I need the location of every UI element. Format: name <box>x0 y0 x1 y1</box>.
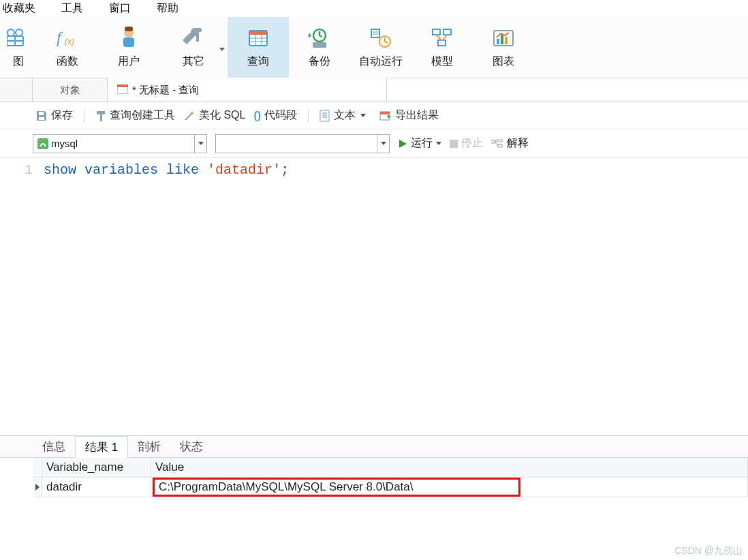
snippet-button[interactable]: () 代码段 <box>251 107 300 124</box>
menu-help[interactable]: 帮助 <box>154 0 181 17</box>
tab-objects-label: 对象 <box>60 84 80 97</box>
ribbon-toolbar: 图 f(x) 函数 用户 其它 查询 备份 自动运行 <box>0 17 748 78</box>
svg-point-4 <box>16 29 22 36</box>
result-grid: Variable_name Value datadir C:\ProgramDa… <box>0 458 748 497</box>
semicolon: ; <box>281 162 289 178</box>
svg-rect-47 <box>450 140 458 148</box>
keyword-variables: variables <box>84 162 158 178</box>
tab-status[interactable]: 状态 <box>170 436 213 457</box>
sql-editor[interactable]: 1 show variables like 'datadir'; <box>0 158 748 436</box>
menu-tools[interactable]: 工具 <box>59 0 86 17</box>
query-icon <box>245 26 272 50</box>
svg-line-52 <box>495 142 498 146</box>
braces-icon: () <box>253 110 261 122</box>
svg-rect-34 <box>117 84 128 87</box>
query-tab-icon <box>117 84 128 96</box>
menu-window[interactable]: 窗口 <box>106 0 134 17</box>
query-builder-button[interactable]: 查询创建工具 <box>93 107 178 124</box>
svg-text:f: f <box>57 29 63 46</box>
navicat-connection-icon <box>37 138 48 149</box>
connection-dropdown-icon[interactable] <box>194 135 206 153</box>
ribbon-backup-label: 备份 <box>309 55 330 69</box>
document-tabs: 对象 * 无标题 - 查询 <box>0 78 748 102</box>
stop-label: 停止 <box>461 136 483 151</box>
wrench-icon <box>180 26 207 50</box>
svg-rect-25 <box>443 29 451 35</box>
editor-gutter: 1 <box>0 158 41 435</box>
ribbon-chart[interactable]: 图表 <box>473 17 534 78</box>
ribbon-backup[interactable]: 备份 <box>289 17 350 78</box>
connection-value: mysql <box>51 138 78 149</box>
ribbon-function-label: 函数 <box>57 55 78 69</box>
table-row[interactable]: datadir C:\ProgramData\MySQL\MySQL Serve… <box>33 478 748 497</box>
result-tabs: 信息 结果 1 剖析 状态 <box>0 436 748 458</box>
column-header-variable-name[interactable]: Variable_name <box>42 458 151 478</box>
run-button[interactable]: 运行 <box>398 136 441 151</box>
save-label: 保存 <box>51 108 73 123</box>
ribbon-model[interactable]: 模型 <box>411 17 473 78</box>
connection-combo[interactable]: mysql <box>33 134 207 153</box>
export-button[interactable]: 导出结果 <box>377 107 441 124</box>
hammer-icon <box>95 110 106 122</box>
export-label: 导出结果 <box>395 108 439 123</box>
ribbon-autorun[interactable]: 自动运行 <box>350 17 411 78</box>
svg-rect-31 <box>501 35 503 44</box>
wand-icon <box>183 110 196 122</box>
ribbon-other[interactable]: 其它 <box>159 17 228 78</box>
text-file-icon <box>320 110 330 122</box>
tab-untitled-query[interactable]: * 无标题 - 查询 <box>108 78 387 102</box>
svg-rect-24 <box>433 29 440 35</box>
ribbon-view[interactable]: 图 <box>0 17 37 78</box>
cell-variable-name[interactable]: datadir <box>42 478 151 497</box>
svg-line-39 <box>185 113 192 120</box>
svg-rect-13 <box>249 31 267 35</box>
database-dropdown-icon[interactable] <box>377 135 389 153</box>
column-header-value[interactable]: Value <box>151 458 748 478</box>
tab-info[interactable]: 信息 <box>33 436 75 457</box>
watermark: CSDN @九仞山 <box>674 545 743 557</box>
beautify-sql-button[interactable]: 美化 SQL <box>181 107 248 124</box>
export-icon <box>379 110 392 121</box>
tab-result-1[interactable]: 结果 1 <box>75 436 128 458</box>
database-combo[interactable] <box>215 134 390 153</box>
svg-rect-36 <box>39 117 44 120</box>
model-icon <box>428 26 456 50</box>
svg-rect-26 <box>438 40 446 46</box>
tab-profile[interactable]: 剖析 <box>128 436 170 457</box>
svg-rect-50 <box>498 144 502 147</box>
ribbon-function[interactable]: f(x) 函数 <box>37 17 98 78</box>
menu-bar: 收藏夹 工具 窗口 帮助 <box>0 0 748 17</box>
query-builder-label: 查询创建工具 <box>110 108 175 123</box>
ribbon-user-label: 用户 <box>118 55 140 69</box>
text-button[interactable]: 文本 <box>317 107 369 124</box>
ribbon-user[interactable]: 用户 <box>98 17 159 78</box>
svg-rect-45 <box>380 112 390 114</box>
backup-icon <box>306 26 333 50</box>
save-button[interactable]: 保存 <box>33 107 76 124</box>
stop-button: 停止 <box>450 136 483 151</box>
query-toolbar: 保存 查询创建工具 美化 SQL () 代码段 文本 导出结果 <box>0 102 748 129</box>
explain-icon <box>491 139 503 149</box>
ribbon-query[interactable]: 查询 <box>228 17 289 78</box>
play-icon <box>398 139 407 149</box>
text-label: 文本 <box>334 108 356 123</box>
function-icon: f(x) <box>54 26 81 50</box>
autorun-icon <box>367 26 394 50</box>
ribbon-model-label: 模型 <box>431 55 453 69</box>
explain-label: 解释 <box>507 136 529 151</box>
svg-rect-32 <box>505 37 508 44</box>
stop-icon <box>450 140 458 148</box>
explain-button[interactable]: 解释 <box>491 136 529 151</box>
chevron-down-icon <box>436 142 441 145</box>
ribbon-chart-label: 图表 <box>493 55 514 69</box>
svg-rect-9 <box>125 27 133 31</box>
menu-favorites[interactable]: 收藏夹 <box>0 0 38 17</box>
cell-value[interactable]: C:\ProgramData\MySQL\MySQL Server 8.0\Da… <box>151 478 748 497</box>
editor-content[interactable]: show variables like 'datadir'; <box>41 158 289 435</box>
connection-toolbar: mysql 运行 停止 解释 <box>0 129 748 158</box>
keyword-show: show <box>44 162 76 178</box>
ribbon-other-label: 其它 <box>183 55 204 69</box>
ribbon-query-label: 查询 <box>247 55 269 69</box>
tab-objects[interactable]: 对象 <box>33 78 108 102</box>
chevron-down-icon <box>360 114 366 117</box>
